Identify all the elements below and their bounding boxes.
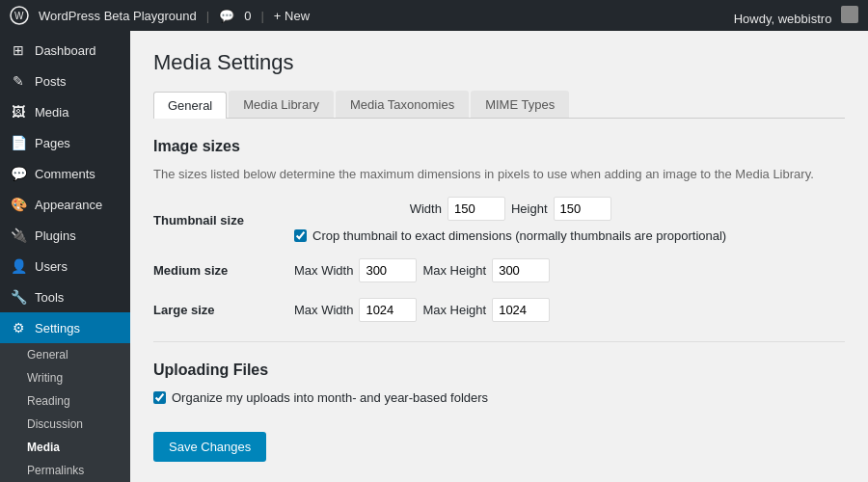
- sidebar-item-label: Appearance: [35, 198, 102, 212]
- image-sizes-desc: The sizes listed below determine the max…: [153, 167, 845, 181]
- submenu-item-general[interactable]: General: [0, 343, 130, 366]
- section-divider: [153, 341, 845, 342]
- uploading-section: Uploading Files Organize my uploads into…: [153, 362, 845, 405]
- thumbnail-height-label: Height: [511, 201, 548, 216]
- top-bar-left: W WordPress Beta Playground | 💬 0 | + Ne…: [10, 6, 310, 25]
- tabs: General Media Library Media Taxonomies M…: [153, 91, 845, 119]
- sidebar-item-pages[interactable]: 📄 Pages: [0, 127, 130, 158]
- medium-max-height-input[interactable]: [492, 258, 550, 282]
- sidebar-item-label: Settings: [35, 321, 80, 335]
- users-icon: 👤: [10, 258, 27, 274]
- settings-icon: ⚙: [10, 320, 27, 335]
- medium-label: Medium size: [153, 263, 279, 278]
- large-max-height-label: Max Height: [422, 303, 486, 317]
- save-changes-button[interactable]: Save Changes: [153, 432, 266, 462]
- medium-size-row: Medium size Max Width Max Height: [153, 258, 845, 282]
- organize-uploads-row: Organize my uploads into month- and year…: [153, 390, 845, 405]
- medium-fields: Max Width Max Height: [294, 258, 550, 282]
- medium-max-width-label: Max Width: [294, 263, 353, 278]
- large-max-width-input[interactable]: [359, 298, 417, 322]
- thumbnail-fields: Width Height Crop thumbnail to exact dim…: [294, 197, 726, 243]
- sidebar-item-users[interactable]: 👤 Users: [0, 251, 130, 281]
- submenu-item-writing[interactable]: Writing: [0, 366, 130, 389]
- tools-icon: 🔧: [10, 289, 27, 305]
- sidebar: ⊞ Dashboard ✎ Posts 🖼 Media 📄 Pages 💬 Co…: [0, 31, 130, 482]
- submenu-item-discussion[interactable]: Discussion: [0, 413, 130, 436]
- tab-media-taxonomies[interactable]: Media Taxonomies: [336, 91, 469, 118]
- posts-icon: ✎: [10, 73, 27, 89]
- topbar-sep: |: [206, 9, 209, 23]
- sidebar-item-plugins[interactable]: 🔌 Plugins: [0, 220, 130, 251]
- sidebar-item-label: Posts: [35, 74, 67, 89]
- thumbnail-crop-checkbox[interactable]: [294, 229, 307, 242]
- sidebar-item-dashboard[interactable]: ⊞ Dashboard: [0, 35, 130, 66]
- tab-general[interactable]: General: [153, 92, 227, 119]
- large-label: Large size: [153, 303, 279, 317]
- tab-mime-types[interactable]: MIME Types: [471, 91, 569, 118]
- thumbnail-width-label: Width: [410, 201, 442, 216]
- submenu-item-reading[interactable]: Reading: [0, 389, 130, 413]
- image-sizes-title: Image sizes: [153, 138, 845, 159]
- medium-max-height-label: Max Height: [422, 263, 486, 278]
- comments-icon: 💬: [10, 166, 27, 181]
- medium-max-width-input[interactable]: [359, 258, 417, 282]
- sidebar-item-appearance[interactable]: 🎨 Appearance: [0, 189, 130, 220]
- user-avatar: [841, 6, 858, 23]
- sidebar-item-label: Comments: [35, 167, 95, 181]
- main-content: Media Settings General Media Library Med…: [130, 31, 868, 482]
- sidebar-item-settings[interactable]: ⚙ Settings: [0, 312, 130, 343]
- large-size-row: Large size Max Width Max Height: [153, 298, 845, 322]
- sidebar-item-media[interactable]: 🖼 Media: [0, 96, 130, 127]
- uploading-title: Uploading Files: [153, 362, 845, 383]
- new-button[interactable]: + New: [274, 9, 310, 23]
- thumbnail-crop-label: Crop thumbnail to exact dimensions (norm…: [312, 228, 726, 243]
- thumbnail-dimensions: Width Height: [410, 197, 611, 221]
- notif-count: 0: [244, 9, 251, 23]
- thumbnail-height-input[interactable]: [554, 197, 611, 221]
- organize-uploads-label: Organize my uploads into month- and year…: [172, 390, 488, 405]
- sidebar-item-posts[interactable]: ✎ Posts: [0, 66, 130, 96]
- top-bar: W WordPress Beta Playground | 💬 0 | + Ne…: [0, 0, 868, 31]
- dashboard-icon: ⊞: [10, 42, 27, 58]
- submenu-item-permalinks[interactable]: Permalinks: [0, 459, 130, 482]
- thumbnail-crop-row: Crop thumbnail to exact dimensions (norm…: [294, 228, 726, 243]
- sidebar-item-tools[interactable]: 🔧 Tools: [0, 281, 130, 312]
- page-title: Media Settings: [153, 50, 845, 75]
- sidebar-item-label: Plugins: [35, 228, 76, 243]
- tab-media-library[interactable]: Media Library: [229, 91, 334, 118]
- top-bar-right: Howdy, webbistro: [734, 6, 858, 26]
- site-name[interactable]: WordPress Beta Playground: [39, 9, 197, 23]
- settings-submenu: General Writing Reading Discussion Media…: [0, 343, 130, 482]
- sidebar-item-label: Media: [35, 105, 68, 120]
- image-sizes-section: Image sizes The sizes listed below deter…: [153, 138, 845, 322]
- large-max-height-input[interactable]: [492, 298, 550, 322]
- submenu-item-media[interactable]: Media: [0, 436, 130, 459]
- organize-uploads-checkbox[interactable]: [153, 391, 166, 404]
- sidebar-item-comments[interactable]: 💬 Comments: [0, 158, 130, 189]
- thumbnail-width-input[interactable]: [448, 197, 505, 221]
- wp-logo-icon: W: [10, 6, 29, 25]
- large-max-width-label: Max Width: [294, 303, 353, 317]
- pages-icon: 📄: [10, 135, 27, 150]
- sidebar-item-label: Tools: [35, 290, 64, 305]
- appearance-icon: 🎨: [10, 197, 27, 212]
- sidebar-item-label: Dashboard: [35, 43, 96, 58]
- sidebar-item-label: Users: [35, 259, 68, 274]
- svg-text:W: W: [14, 11, 24, 21]
- topbar-sep2: |: [260, 9, 263, 23]
- comment-icon: 💬: [219, 9, 234, 23]
- large-fields: Max Width Max Height: [294, 298, 550, 322]
- media-icon: 🖼: [10, 104, 27, 120]
- thumbnail-size-row: Thumbnail size Width Height Crop thumbna…: [153, 197, 845, 243]
- howdy-text: Howdy, webbistro: [734, 12, 832, 26]
- thumbnail-label: Thumbnail size: [153, 213, 279, 228]
- sidebar-item-label: Pages: [35, 136, 70, 150]
- plugins-icon: 🔌: [10, 228, 27, 243]
